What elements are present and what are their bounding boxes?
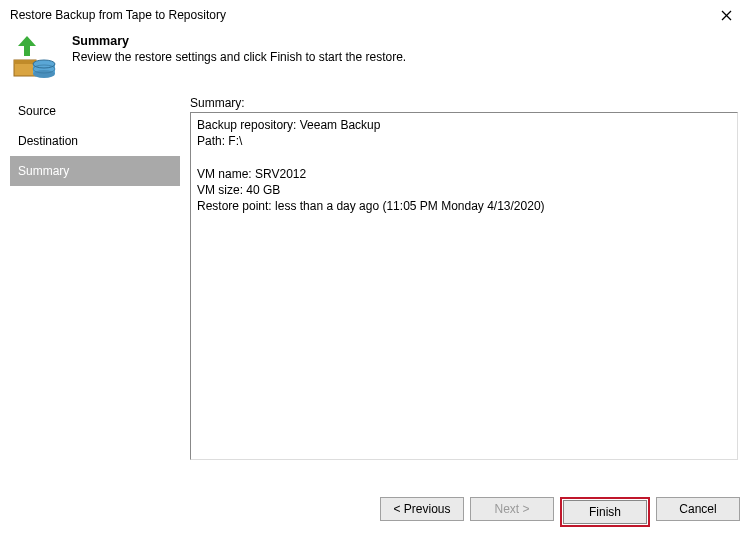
svg-marker-5	[18, 36, 36, 46]
close-button[interactable]	[706, 1, 746, 29]
cancel-button[interactable]: Cancel	[656, 497, 740, 521]
finish-button[interactable]: Finish	[563, 500, 647, 524]
svg-point-8	[33, 70, 55, 78]
title-bar: Restore Backup from Tape to Repository	[0, 0, 754, 30]
page-subtext: Review the restore settings and click Fi…	[72, 50, 406, 64]
page-heading: Summary	[72, 34, 406, 48]
sidebar-item-summary[interactable]: Summary	[10, 156, 180, 186]
main-content: Summary: Backup repository: Veeam Backup…	[190, 96, 744, 460]
sidebar-item-destination[interactable]: Destination	[10, 126, 180, 156]
wizard-header: Summary Review the restore settings and …	[0, 30, 754, 96]
restore-from-tape-icon	[10, 34, 58, 82]
close-icon	[721, 10, 732, 21]
header-text: Summary Review the restore settings and …	[72, 34, 406, 64]
previous-button[interactable]: < Previous	[380, 497, 464, 521]
sidebar-item-source[interactable]: Source	[10, 96, 180, 126]
window-title: Restore Backup from Tape to Repository	[10, 8, 706, 22]
finish-button-highlight: Finish	[560, 497, 650, 527]
next-button: Next >	[470, 497, 554, 521]
wizard-footer: < Previous Next > Finish Cancel	[380, 497, 740, 527]
summary-label: Summary:	[190, 96, 744, 110]
wizard-steps-sidebar: Source Destination Summary	[10, 96, 180, 460]
summary-textbox: Backup repository: Veeam Backup Path: F:…	[190, 112, 738, 460]
